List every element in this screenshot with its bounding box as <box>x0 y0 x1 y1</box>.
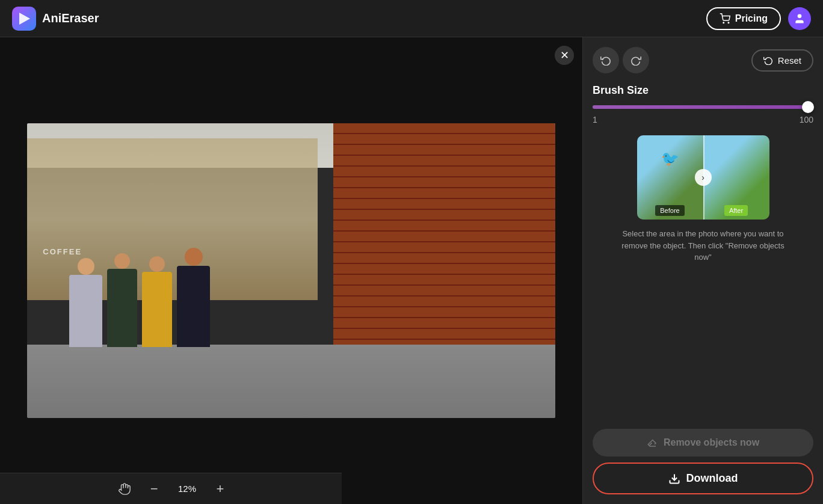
before-half: 🐦 Before <box>637 135 703 220</box>
slider-labels: 1 100 <box>593 115 813 124</box>
download-button[interactable]: Download <box>593 463 813 494</box>
slider-fill <box>593 105 811 109</box>
coffee-sign: COFFEE <box>43 247 82 256</box>
scene: COFFEE <box>27 123 555 418</box>
before-after-preview: 🐦 Before After › <box>637 135 769 220</box>
before-label: Before <box>655 205 684 216</box>
action-buttons: Remove objects now Download <box>593 429 813 494</box>
bottom-toolbar: − 12% + <box>0 473 342 504</box>
reset-button[interactable]: Reset <box>751 49 813 72</box>
svg-point-2 <box>723 22 724 23</box>
logo-area: AniEraser <box>12 7 99 31</box>
brush-slider[interactable] <box>593 105 813 109</box>
app-logo-icon <box>12 7 36 31</box>
slider-min: 1 <box>593 115 597 124</box>
person-3 <box>142 256 172 347</box>
user-avatar[interactable] <box>788 7 811 30</box>
eraser-icon <box>647 437 658 448</box>
header: AniEraser Pricing <box>0 0 823 37</box>
close-button[interactable]: ✕ <box>555 46 574 65</box>
person-head <box>185 248 203 266</box>
bird-before: 🐦 <box>661 150 679 167</box>
pricing-button[interactable]: Pricing <box>706 7 781 30</box>
brush-size-title: Brush Size <box>593 84 813 97</box>
scene-people <box>69 248 210 347</box>
svg-point-4 <box>798 14 802 18</box>
pan-tool-button[interactable] <box>114 479 135 499</box>
after-half: After <box>703 135 769 220</box>
hand-icon <box>118 482 131 496</box>
zoom-out-button[interactable]: − <box>147 478 162 500</box>
zoom-level: 12% <box>174 484 201 494</box>
person-head <box>149 256 165 272</box>
person-body <box>142 272 172 347</box>
preview-section: 🐦 Before After › Select the area in the … <box>593 135 813 263</box>
remove-objects-button[interactable]: Remove objects now <box>593 429 813 456</box>
zoom-in-button[interactable]: + <box>213 478 228 500</box>
download-icon <box>668 473 680 485</box>
slider-max: 100 <box>800 115 813 124</box>
right-panel: Reset Brush Size 1 100 🐦 Before <box>582 37 823 504</box>
header-right: Pricing <box>706 7 811 30</box>
user-icon <box>794 13 806 25</box>
cart-icon <box>720 13 730 24</box>
panel-top-controls: Reset <box>593 47 813 73</box>
app-name: AniEraser <box>42 11 99 25</box>
slider-thumb[interactable] <box>802 101 814 113</box>
instruction-text: Select the area in the photo where you w… <box>613 228 794 263</box>
image-canvas[interactable]: COFFEE <box>27 123 555 418</box>
person-1 <box>69 258 102 347</box>
undo-button[interactable] <box>593 47 619 73</box>
redo-button[interactable] <box>623 47 649 73</box>
scene-street <box>27 345 555 419</box>
canvas-area[interactable]: ✕ <box>0 37 582 504</box>
brush-size-section: Brush Size 1 100 <box>593 84 813 124</box>
person-body <box>177 266 210 347</box>
person-head <box>78 258 94 275</box>
redo-icon <box>630 55 641 66</box>
person-4 <box>177 248 210 347</box>
person-2 <box>107 253 137 347</box>
before-after-arrow: › <box>695 169 712 186</box>
svg-point-3 <box>728 22 729 23</box>
person-head <box>114 253 130 269</box>
after-label: After <box>724 205 748 216</box>
reset-icon <box>763 55 773 65</box>
undo-redo-group <box>593 47 649 73</box>
undo-icon <box>600 55 611 66</box>
main-content: ✕ <box>0 37 823 504</box>
person-body <box>69 275 102 347</box>
person-body <box>107 269 137 347</box>
